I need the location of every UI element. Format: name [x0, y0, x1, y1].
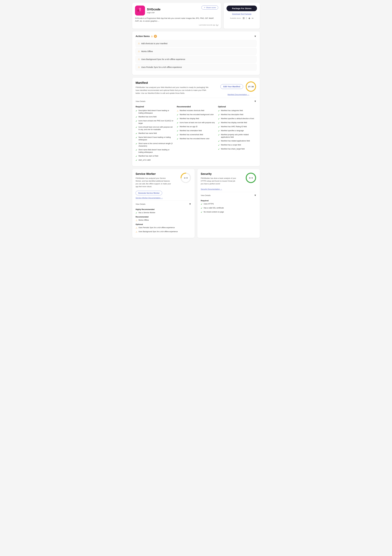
security-score-ring: 3 / 3 [245, 172, 256, 183]
security-title: Security [201, 172, 237, 176]
svg-point-3 [137, 9, 140, 12]
share-score-button[interactable]: ↗ Share score [201, 6, 218, 9]
package-for-stores-button[interactable]: Package For Stores [227, 6, 257, 11]
detail-text: Short name is the correct minimum length… [139, 142, 174, 147]
detail-text: Icons have at least one PNG icon 512x512… [139, 120, 174, 124]
detail-item: ✔ Manifest properly sets prefer related … [218, 133, 256, 138]
check-icon: ✔ [136, 126, 137, 129]
check-icon: ✔ [136, 109, 137, 112]
detail-text: start_url is valid [139, 159, 150, 161]
meta-store-icon: ∞ [252, 17, 253, 20]
app-description: SVGcode is a Progressive Web App that le… [135, 17, 218, 22]
available-stores-label: Available stores: [230, 17, 241, 19]
app-url: svgco.de/ [147, 11, 161, 14]
detail-item: ✔ Manifest has name field [136, 132, 174, 135]
available-stores-row: Available stores: ⊞  ◈ ∞ [230, 17, 253, 20]
check-icon: ✔ [201, 203, 203, 205]
detail-item: ✔ Manifest has description field [218, 113, 256, 116]
manifest-optional-title: Optional [218, 106, 256, 108]
sw-details-collapse-button[interactable]: ▼ [189, 203, 191, 206]
check-icon: ✔ [177, 138, 179, 140]
sw-view-details-bar[interactable]: View Details ▼ [136, 201, 191, 206]
check-icon: ✔ [177, 122, 179, 124]
check-icon: ✔ [218, 130, 220, 132]
detail-text: Has a Service Worker [139, 211, 155, 214]
manifest-details-grid: Required ✔ Description field doesn't hav… [136, 106, 256, 163]
detail-item: ✔ Manifest has display field [177, 117, 215, 120]
sw-highly-recommended-title: Highly Recommended [136, 208, 191, 210]
generate-service-worker-button[interactable]: Generate Service Worker [136, 191, 162, 195]
detail-text: Manifest has hex encoded theme color [180, 138, 209, 140]
detail-item: ✔ Manifest has display override field [218, 122, 256, 124]
sw-doc-link[interactable]: Service Worker Documentation → [136, 197, 163, 199]
manifest-details-collapse-button[interactable]: ▼ [254, 100, 256, 103]
check-icon: ✔ [218, 118, 220, 120]
sw-score-text: 1 / 4 [184, 177, 188, 179]
action-item: ⚠ Uses Background Sync for a rich offlin… [136, 56, 256, 63]
check-icon: ✔ [177, 126, 179, 128]
detail-item: ⚠ Uses Background Sync for a rich offlin… [136, 231, 191, 233]
check-icon: ✔ [218, 126, 220, 128]
download-test-package-link[interactable]: Download Test Package [232, 13, 251, 15]
sw-optional-title: Optional [136, 223, 191, 225]
detail-item: ✔ Manifest has hex encoded background co… [177, 113, 215, 116]
detail-text: Manifest includes shortcuts field [180, 109, 204, 112]
manifest-section: Manifest PWABuilder has analyzed your We… [132, 78, 260, 166]
check-icon: ✔ [136, 116, 137, 118]
check-icon: ✔ [136, 212, 137, 214]
sw-view-details-label: View Details [136, 203, 145, 205]
detail-item: ✔ Icons have at least one icon with purp… [177, 122, 215, 124]
check-icon: ✔ [201, 211, 203, 213]
app-identity: SVGcode svgco.de/ [135, 6, 161, 15]
check-icon: ✔ [218, 109, 220, 112]
action-items-list: ⚠ Add shortcuts to your manifest⚠ Works … [136, 40, 256, 70]
action-item: ⚠ Add shortcuts to your manifest [136, 40, 256, 47]
sw-description: PWABuilder has analyzed your Service Wor… [136, 177, 172, 188]
detail-text: Manifest has screenshots field [180, 133, 203, 136]
detail-item: ✔ Manifest has share_target field [218, 148, 256, 150]
security-doc-link[interactable]: Security Documentation → [201, 188, 222, 190]
detail-item: ✔ Short name field doesn't have leading … [136, 149, 174, 154]
security-view-details-bar[interactable]: View Details ▼ [201, 192, 256, 197]
detail-item: ✔ Manifest has a scope field [218, 144, 256, 147]
manifest-recommended-title: Recommended [177, 106, 215, 108]
check-icon: ✔ [177, 130, 179, 132]
warning-icon: ⚠ [138, 42, 140, 45]
detail-text: Works Offline [139, 219, 149, 222]
action-items-collapse-button[interactable]: ▼ [254, 35, 256, 38]
detail-item: ✔ Manifest has screenshots field [177, 133, 215, 136]
security-details-collapse-button[interactable]: ▼ [254, 194, 256, 197]
check-icon: ✔ [136, 155, 137, 157]
detail-text: Description field doesn't have leading o… [139, 109, 174, 114]
manifest-actions: Edit Your Manifest 27 / 28 Manifest Docu… [220, 81, 256, 96]
detail-text: Manifest has share_target field [221, 148, 245, 150]
action-items-warning-icon: ⚠ [151, 35, 153, 38]
detail-text: Manifest has related applications field [221, 140, 250, 142]
service-worker-section: Service Worker PWABuilder has analyzed y… [132, 169, 195, 238]
detail-text: Uses Background Sync for a rich offline … [139, 231, 178, 233]
last-tested: Last tested seconds ago [135, 24, 218, 26]
detail-item: ✔ Manifest has an app ID [177, 125, 215, 128]
check-icon: ✔ [218, 122, 220, 124]
action-item: ⚠ Uses Periodic Sync for a rich offline … [136, 64, 256, 70]
check-icon: ✔ [177, 114, 179, 116]
warning-icon: ⚠ [138, 58, 140, 61]
app-name: SVGcode [147, 8, 161, 11]
manifest-view-details-bar[interactable]: View Details ▼ [136, 98, 256, 103]
edit-manifest-button[interactable]: Edit Your Manifest [220, 84, 243, 89]
security-details: Required ✔ Uses HTTPS✔ Has a valid SSL c… [201, 200, 256, 213]
manifest-required-col: Required ✔ Description field doesn't hav… [136, 106, 174, 163]
check-icon: ✔ [136, 149, 137, 151]
detail-text: Has a valid SSL certificate [204, 207, 224, 209]
manifest-doc-link[interactable]: Manifest Documentation → [227, 93, 249, 96]
check-icon: ✔ [177, 118, 179, 120]
check-icon: ✔ [136, 159, 137, 162]
check-icon: ✔ [218, 134, 220, 136]
detail-text: Manifest has an app ID [180, 125, 197, 128]
detail-item: ✔ Manifest has hex encoded theme color [177, 138, 215, 140]
manifest-score-ring: 27 / 28 [245, 81, 256, 92]
refresh-icon[interactable] [216, 24, 218, 26]
detail-item: ✔ Manifest has icons field [136, 116, 174, 118]
detail-item: ✔ Has a Service Worker [136, 211, 191, 214]
security-section: Security PWABuilder has done a basic ana… [197, 169, 260, 238]
